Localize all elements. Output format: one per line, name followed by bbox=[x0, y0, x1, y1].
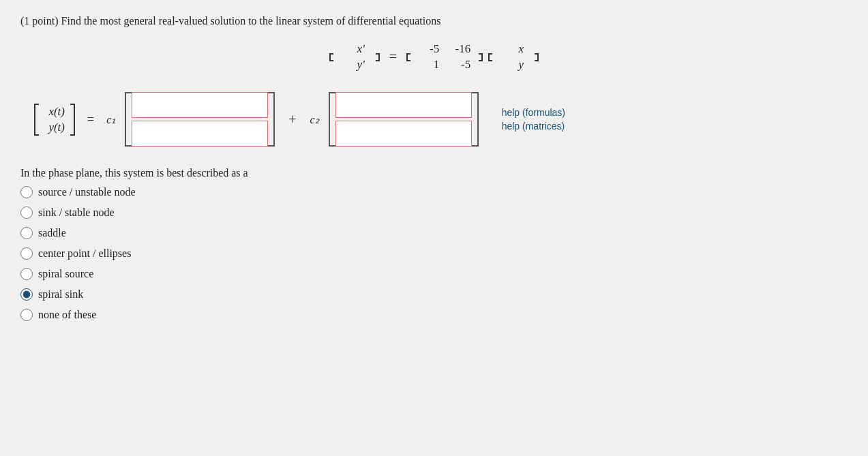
sol-equals: = bbox=[87, 112, 94, 127]
input1-bracket-left bbox=[125, 92, 132, 147]
rhs-matrix-bracket-right bbox=[479, 53, 483, 61]
sol-lhs-bracket-left bbox=[34, 104, 39, 136]
radio-group: source / unstable node sink / stable nod… bbox=[20, 186, 848, 321]
equals-sign: = bbox=[389, 49, 397, 65]
sol-lhs-r1: x(t) bbox=[44, 105, 65, 119]
radio-none[interactable] bbox=[20, 309, 33, 321]
radio-item-spiral-source[interactable]: spiral source bbox=[20, 268, 848, 280]
input-vector-1 bbox=[125, 92, 275, 147]
radio-none-label: none of these bbox=[38, 309, 96, 321]
rhs-vector-bracket-left bbox=[488, 53, 492, 61]
sol-lhs-bracket-right bbox=[70, 104, 75, 136]
input2-bracket-left bbox=[329, 92, 335, 147]
phase-plane-description: In the phase plane, this system is best … bbox=[20, 167, 848, 179]
lhs-row2: y′ bbox=[344, 58, 365, 72]
input2-fields bbox=[335, 92, 472, 147]
top-equation: x′ y′ = -5 -16 1 -5 x y bbox=[329, 41, 539, 73]
question-header: (1 point) Find the most general real-val… bbox=[20, 14, 848, 29]
radio-center-label: center point / ellipses bbox=[38, 247, 131, 260]
rhs-matrix-bracket-left bbox=[406, 53, 410, 61]
radio-item-saddle[interactable]: saddle bbox=[20, 227, 848, 239]
input1-row1[interactable] bbox=[132, 92, 268, 118]
lhs-vector: x′ y′ bbox=[339, 41, 370, 73]
radio-sink[interactable] bbox=[20, 207, 33, 219]
sol-lhs-r2: y(t) bbox=[44, 121, 65, 134]
solution-area: x(t) y(t) = c₁ + c₂ help (formulas) help… bbox=[20, 92, 848, 147]
help-matrices-link[interactable]: help (matrices) bbox=[502, 121, 565, 132]
input2-row1[interactable] bbox=[335, 92, 472, 118]
input2-row2[interactable] bbox=[335, 121, 472, 147]
rhs-v-r1: x bbox=[503, 42, 524, 56]
lhs-row1: x′ bbox=[344, 42, 365, 56]
lhs-bracket-left bbox=[329, 53, 333, 61]
radio-item-center[interactable]: center point / ellipses bbox=[20, 247, 848, 260]
radio-spiral-source[interactable] bbox=[20, 268, 33, 280]
radio-spiral-sink-label: spiral sink bbox=[38, 288, 83, 301]
help-formulas-link[interactable]: help (formulas) bbox=[502, 107, 565, 118]
c2-label: c₂ bbox=[310, 113, 319, 126]
radio-source[interactable] bbox=[20, 186, 33, 198]
rhs-m-r2c1: 1 bbox=[419, 58, 439, 72]
input-vector-2 bbox=[329, 92, 479, 147]
plus-sign: + bbox=[288, 112, 296, 127]
radio-saddle[interactable] bbox=[20, 227, 33, 239]
radio-saddle-label: saddle bbox=[38, 227, 66, 239]
input1-bracket-right bbox=[268, 92, 275, 147]
radio-item-none[interactable]: none of these bbox=[20, 309, 848, 321]
c1-label: c₁ bbox=[106, 113, 115, 126]
matrix-equation: x′ y′ = -5 -16 1 -5 x y bbox=[20, 41, 848, 76]
rhs-vector: x y bbox=[498, 41, 529, 73]
input1-fields bbox=[132, 92, 268, 147]
rhs-matrix: -5 -16 1 -5 bbox=[416, 41, 473, 73]
radio-item-source[interactable]: source / unstable node bbox=[20, 186, 848, 198]
radio-spiral-sink[interactable] bbox=[20, 288, 33, 301]
solution-lhs-vector: x(t) y(t) bbox=[34, 104, 75, 136]
help-links: help (formulas) help (matrices) bbox=[502, 107, 565, 132]
radio-source-label: source / unstable node bbox=[38, 186, 136, 198]
radio-center[interactable] bbox=[20, 247, 33, 260]
rhs-vector-bracket-right bbox=[535, 53, 539, 61]
input1-row2[interactable] bbox=[132, 121, 268, 147]
radio-item-spiral-sink[interactable]: spiral sink bbox=[20, 288, 848, 301]
radio-sink-label: sink / stable node bbox=[38, 207, 115, 219]
rhs-m-r1c1: -5 bbox=[419, 42, 439, 56]
radio-spiral-source-label: spiral source bbox=[38, 268, 93, 280]
rhs-m-r1c2: -16 bbox=[450, 42, 470, 56]
rhs-m-r2c2: -5 bbox=[450, 58, 470, 72]
rhs-v-r2: y bbox=[503, 58, 524, 72]
lhs-bracket-right bbox=[376, 53, 380, 61]
radio-item-sink[interactable]: sink / stable node bbox=[20, 207, 848, 219]
phase-plane-section: In the phase plane, this system is best … bbox=[20, 167, 848, 321]
sol-lhs-content: x(t) y(t) bbox=[39, 104, 70, 136]
input2-bracket-right bbox=[472, 92, 479, 147]
